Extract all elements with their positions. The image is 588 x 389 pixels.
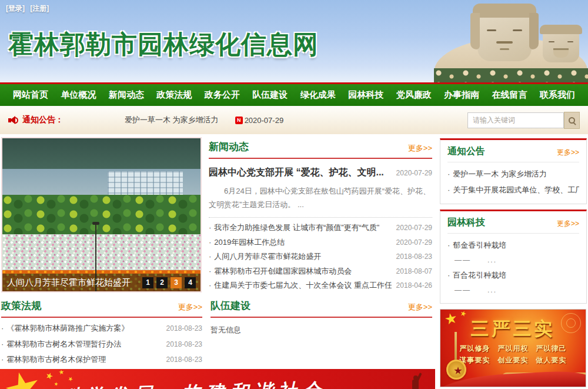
policy-date: 2018-08-23 bbox=[166, 321, 202, 337]
policy-list-item: 霍林郭勒市古树名木保护管理 2018-08-23 bbox=[1, 352, 202, 368]
search-icon bbox=[569, 117, 575, 124]
nav-item-news[interactable]: 新闻动态 bbox=[109, 89, 144, 101]
genghis-khan-statues-image bbox=[434, 0, 588, 82]
news-list-item: 我市全力助推绿色发展 让城市有“颜值”更有“气质” 2020-07-29 bbox=[209, 221, 432, 235]
banner-calligraphy-text: 科学发展 构建和谐社会 bbox=[61, 377, 327, 389]
notice-link[interactable]: 关于集中开展花园式单位、学校、工厂... bbox=[447, 182, 579, 198]
slideshow-photo-flower-field: 人间八月芳菲尽霍市鲜花始盛开 1 2 3 4 bbox=[2, 138, 201, 291]
nav-item-message-board[interactable]: 在线留言 bbox=[492, 89, 527, 101]
news-more-link[interactable]: 更多>> bbox=[408, 143, 432, 154]
statue-hillside bbox=[434, 68, 588, 82]
main-nav: 网站首页 单位概况 新闻动态 政策法规 政务公开 队伍建设 绿化成果 园林科技 … bbox=[0, 82, 588, 106]
nav-item-service-guide[interactable]: 办事指南 bbox=[444, 89, 479, 101]
nav-item-garden-tech[interactable]: 园林科技 bbox=[348, 89, 383, 101]
register-link[interactable]: [注册] bbox=[30, 4, 49, 12]
search-button[interactable] bbox=[564, 112, 580, 129]
main-content: 人间八月芳菲尽霍市鲜花始盛开 1 2 3 4 新闻动态 更多>> 园林中心党支部… bbox=[0, 134, 588, 389]
news-date: 2018-04-26 bbox=[396, 278, 432, 293]
policy-link[interactable]: 霍林郭勒市古树名木保护管理 bbox=[1, 352, 106, 368]
tech-article-link[interactable]: 郁金香引种栽培 bbox=[447, 237, 579, 253]
team-empty-text: 暂无信息 bbox=[211, 325, 432, 335]
policy-date: 2018-08-23 bbox=[166, 337, 202, 353]
party-emblem-icon bbox=[446, 360, 466, 380]
search-input[interactable] bbox=[467, 112, 564, 128]
notices-box-title: 通知公告 bbox=[447, 145, 485, 158]
star-icon bbox=[45, 371, 54, 380]
news-date: 2018-08-23 bbox=[396, 250, 432, 264]
three-stricts-banner[interactable]: 三严三实 严以修身 严以用权 严以律己 谋事要实 创业要实 做人要实 bbox=[440, 309, 586, 387]
login-link[interactable]: [登录] bbox=[6, 4, 25, 12]
news-list-item: 霍林郭勒市召开创建国家园林城市动员会 2018-08-07 bbox=[209, 264, 432, 279]
policy-more-link[interactable]: 更多>> bbox=[178, 302, 202, 312]
page: [登录] [注册] 霍林郭勒市园林绿化信息网 网站首页 单位概况 新闻动态 政策… bbox=[0, 0, 588, 389]
site-title: 霍林郭勒市园林绿化信息网 bbox=[8, 28, 319, 62]
team-section-title: 队伍建设 bbox=[211, 299, 250, 312]
statue-head-small bbox=[543, 26, 579, 62]
slideshow-caption-bar: 人间八月芳菲尽霍市鲜花始盛开 1 2 3 4 bbox=[2, 274, 201, 291]
nav-item-contact[interactable]: 联系我们 bbox=[540, 89, 575, 101]
notice-ticker-bar: 通知公告： 爱护一草一木 为家乡增活力 N 2020-07-29 bbox=[0, 106, 588, 134]
bottom-propaganda-banner[interactable]: 科学发展 构建和谐社会 bbox=[0, 369, 435, 389]
slideshow-page-4[interactable]: 4 bbox=[185, 277, 196, 288]
news-date: 2018-08-07 bbox=[396, 264, 432, 279]
featured-news-title[interactable]: 园林中心党支部开展 “爱花、护花、文明... bbox=[209, 167, 392, 179]
notice-date: 2020-07-29 bbox=[245, 116, 284, 125]
slideshow[interactable]: 人间八月芳菲尽霍市鲜花始盛开 1 2 3 4 bbox=[1, 137, 202, 292]
speaker-icon bbox=[8, 115, 19, 125]
star-icon bbox=[68, 376, 74, 383]
policy-section: 政策法规 更多>> 《霍林郭勒市林荫路推广实施方案》 2018-08-23 霍林… bbox=[1, 299, 202, 368]
team-rule bbox=[211, 317, 432, 318]
policy-link[interactable]: 霍林郭勒市古树名木管理暂行办法 bbox=[1, 337, 121, 353]
team-building-section: 队伍建设 更多>> 暂无信息 bbox=[211, 299, 432, 335]
news-link[interactable]: 人间八月芳菲尽霍市鲜花始盛开 bbox=[209, 250, 321, 264]
garden-tech-title: 园林科技 bbox=[447, 217, 485, 229]
right-sidebar: 通知公告 更多>> 爱护一草一木 为家乡增活力 关于集中开展花园式单位、学校、工… bbox=[440, 138, 587, 389]
news-rule bbox=[209, 158, 432, 159]
search-area bbox=[467, 112, 580, 129]
news-link[interactable]: 住建局关于市委七届九次、十次全体会议 重点工作任... bbox=[209, 278, 392, 293]
notice-ticker-link[interactable]: 爱护一草一木 为家乡增活力 bbox=[125, 115, 219, 125]
slideshow-page-3-active[interactable]: 3 bbox=[171, 277, 182, 288]
policy-list: 《霍林郭勒市林荫路推广实施方案》 2018-08-23 霍林郭勒市古树名木管理暂… bbox=[1, 321, 202, 368]
news-list-item: 人间八月芳菲尽霍市鲜花始盛开 2018-08-23 bbox=[209, 250, 432, 264]
policy-section-title: 政策法规 bbox=[1, 299, 41, 312]
banner-title: 三严三实 bbox=[440, 317, 586, 341]
policy-link[interactable]: 《霍林郭勒市林荫路推广实施方案》 bbox=[1, 321, 129, 337]
star-icon bbox=[58, 369, 64, 375]
auth-links: [登录] [注册] bbox=[6, 4, 52, 14]
news-link[interactable]: 我市全力助推绿色发展 让城市有“颜值”更有“气质” bbox=[209, 221, 379, 235]
nav-item-greening-results[interactable]: 绿化成果 bbox=[300, 89, 336, 101]
news-list-item: 2019年园林工作总结 2020-07-29 bbox=[209, 235, 432, 250]
garden-tech-box: 园林科技 更多>> 郁金香引种栽培 —— ... 百合花引种栽培 —— ... bbox=[440, 210, 587, 304]
dotted-separator bbox=[209, 217, 432, 218]
garden-tech-more-link[interactable]: 更多>> bbox=[557, 219, 579, 229]
nav-item-gov-affairs[interactable]: 政务公开 bbox=[205, 89, 240, 101]
policy-date: 2018-08-23 bbox=[166, 352, 202, 368]
nav-item-home[interactable]: 网站首页 bbox=[13, 89, 48, 101]
featured-news-summary[interactable]: 6月24日，园林中心党支部在敖包山芍药园开展“爱花、护花、文明赏花”主题党日活动… bbox=[209, 184, 432, 211]
tech-article-sub: —— ... bbox=[447, 253, 579, 267]
news-link[interactable]: 2019年园林工作总结 bbox=[209, 235, 285, 250]
news-section-title: 新闻动态 bbox=[209, 140, 249, 154]
slideshow-page-2[interactable]: 2 bbox=[156, 277, 168, 288]
notice-link[interactable]: 爱护一草一木 为家乡增活力 bbox=[447, 166, 579, 182]
notices-box: 通知公告 更多>> 爱护一草一木 为家乡增活力 关于集中开展花园式单位、学校、工… bbox=[440, 138, 587, 204]
tech-article-sub: —— ... bbox=[447, 283, 579, 297]
news-list: 我市全力助推绿色发展 让城市有“颜值”更有“气质” 2020-07-29 201… bbox=[209, 221, 432, 293]
new-badge-icon: N bbox=[235, 117, 243, 124]
star-icon bbox=[2, 369, 44, 389]
slideshow-page-1[interactable]: 1 bbox=[142, 277, 153, 288]
nav-item-team[interactable]: 队伍建设 bbox=[252, 89, 288, 101]
nav-item-about[interactable]: 单位概况 bbox=[61, 89, 96, 101]
policy-list-item: 《霍林郭勒市林荫路推广实施方案》 2018-08-23 bbox=[1, 321, 202, 337]
news-list-item: 住建局关于市委七届九次、十次全体会议 重点工作任... 2018-04-26 bbox=[209, 278, 432, 293]
team-more-link[interactable]: 更多>> bbox=[408, 302, 432, 312]
nav-item-party-conduct[interactable]: 党风廉政 bbox=[396, 89, 432, 101]
nav-item-policy[interactable]: 政策法规 bbox=[156, 89, 192, 101]
news-link[interactable]: 霍林郭勒市召开创建国家园林城市动员会 bbox=[209, 264, 352, 279]
slideshow-caption[interactable]: 人间八月芳菲尽霍市鲜花始盛开 bbox=[7, 277, 131, 288]
statue-head-large bbox=[477, 5, 532, 61]
notices-more-link[interactable]: 更多>> bbox=[557, 148, 579, 158]
tech-article-link[interactable]: 百合花引种栽培 bbox=[447, 267, 579, 283]
notice-label: 通知公告： bbox=[22, 115, 64, 125]
